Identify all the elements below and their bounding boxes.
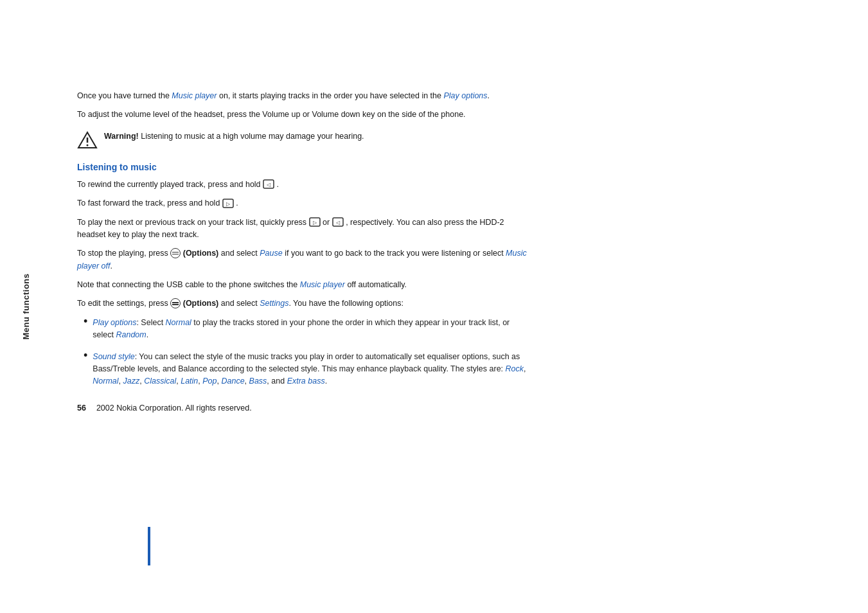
svg-text:▷: ▷	[226, 201, 231, 207]
rewind-text: To rewind the currently played track, pr…	[77, 180, 261, 189]
page-number: 56	[77, 404, 86, 413]
normal-link[interactable]: Normal	[166, 318, 191, 327]
options-circle-icon-2	[170, 298, 181, 308]
warning-label: Warning!	[104, 132, 139, 141]
stop-text-3: if you want to go back to the track you …	[285, 249, 503, 258]
sidebar: Menu functions	[0, 0, 51, 613]
warning-box: Warning! Listening to music at a high vo…	[77, 130, 527, 149]
extrabass-link[interactable]: Extra bass	[287, 377, 325, 386]
classical-link[interactable]: Classical	[144, 377, 176, 386]
normal-link-2[interactable]: Normal	[93, 377, 118, 386]
intro-paragraph-2: To adjust the volume level of the headse…	[77, 109, 527, 121]
para-fastforward: To fast forward the track, press and hol…	[77, 197, 527, 209]
music-player-link-1[interactable]: Music player	[172, 91, 217, 100]
latin-link[interactable]: Latin	[181, 377, 198, 386]
svg-text:▷: ▷	[313, 220, 317, 226]
svg-point-2	[87, 144, 89, 146]
svg-text:◁: ◁	[336, 220, 341, 226]
warning-text: Warning! Listening to music at a high vo…	[104, 130, 364, 143]
sidebar-label: Menu functions	[21, 273, 31, 339]
next-or: or	[323, 218, 330, 227]
edit-text-2: and select	[221, 299, 258, 308]
b1-colon: : Select	[136, 318, 165, 327]
jazz-link[interactable]: Jazz	[123, 377, 140, 386]
bullet-2-content: Sound style: You can select the style of…	[93, 351, 527, 388]
edit-text-1: To edit the settings, press	[77, 299, 168, 308]
options-circle-icon-1	[170, 248, 181, 258]
stop-options-text: (Options)	[183, 249, 219, 258]
bullet-dot-1: •	[84, 315, 87, 327]
random-link[interactable]: Random	[116, 330, 146, 339]
play-options-link-1[interactable]: Play options	[443, 91, 487, 100]
section-heading-listening: Listening to music	[77, 162, 527, 172]
para-next: To play the next or previous track on yo…	[77, 217, 527, 242]
play-options-link-2[interactable]: Play options	[93, 318, 136, 327]
sound-style-link[interactable]: Sound style	[93, 352, 134, 361]
content-inner: Once you have turned the Music player on…	[77, 90, 527, 413]
b2-end: .	[325, 377, 327, 386]
para-note: Note that connecting the USB cable to th…	[77, 279, 527, 291]
edit-options-text: (Options)	[183, 299, 219, 308]
music-player-link-2[interactable]: Music player	[300, 280, 345, 289]
para-stop: To stop the playing, press (Options) and…	[77, 247, 527, 272]
next-text-1: To play the next or previous track on yo…	[77, 218, 306, 227]
stop-text-1: To stop the playing, press	[77, 249, 168, 258]
b2-and: , and	[267, 377, 287, 386]
intro-text-1: Once you have turned the	[77, 91, 172, 100]
fastforward-key-icon: ▷	[222, 199, 234, 209]
pause-link[interactable]: Pause	[260, 249, 282, 258]
note-text-2: off automatically.	[345, 280, 407, 289]
rewind-key-icon: ◁	[263, 179, 274, 190]
rock-link[interactable]: Rock	[506, 364, 524, 373]
copyright-text: 2002 Nokia Corporation. All rights reser…	[96, 404, 252, 413]
bullet-item-1: • Play options: Select Normal to play th…	[84, 317, 527, 342]
page-container: Menu functions Once you have turned the …	[0, 0, 868, 613]
stop-text-4: .	[110, 262, 112, 271]
settings-link[interactable]: Settings	[260, 299, 288, 308]
para-rewind: To rewind the currently played track, pr…	[77, 179, 527, 191]
prev-key-icon: ◁	[332, 217, 344, 227]
dance-link[interactable]: Dance	[221, 377, 244, 386]
intro-paragraph-1: Once you have turned the Music player on…	[77, 90, 527, 102]
warning-message: Listening to music at a high volume may …	[139, 132, 364, 141]
warning-icon	[77, 131, 98, 149]
intro-text-1b: on, it starts playing tracks in the orde…	[217, 91, 444, 100]
b1-end: .	[146, 330, 148, 339]
intro-text-1c: .	[488, 91, 490, 100]
bullet-dot-2: •	[84, 350, 87, 361]
para-edit: To edit the settings, press (Options) an…	[77, 298, 527, 310]
bullet-1-content: Play options: Select Normal to play the …	[93, 317, 527, 342]
footer: 56 2002 Nokia Corporation. All rights re…	[77, 404, 527, 413]
note-text-1: Note that connecting the USB cable to th…	[77, 280, 300, 289]
bullet-list: • Play options: Select Normal to play th…	[84, 317, 527, 388]
pop-link[interactable]: Pop	[202, 377, 217, 386]
main-content: Once you have turned the Music player on…	[51, 0, 868, 613]
svg-text:◁: ◁	[267, 182, 271, 188]
b2-colon: : You can select the style of the music …	[93, 352, 520, 373]
bullet-item-2: • Sound style: You can select the style …	[84, 351, 527, 388]
bass-link[interactable]: Bass	[249, 377, 267, 386]
fastforward-text: To fast forward the track, press and hol…	[77, 199, 220, 208]
edit-text-3: . You have the following options:	[288, 299, 403, 308]
next-key-icon: ▷	[309, 217, 321, 227]
stop-text-2: and select	[221, 249, 258, 258]
